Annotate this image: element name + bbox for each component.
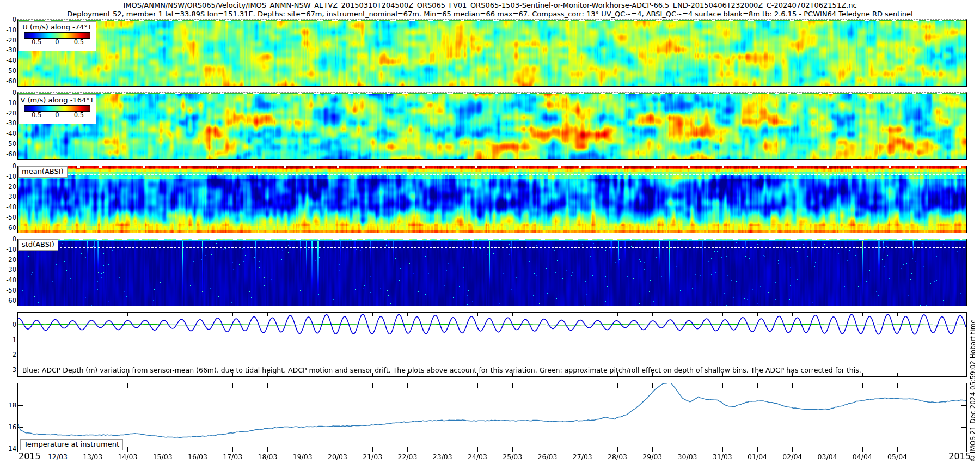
date-tick-label: 12/03: [40, 453, 75, 461]
depth-tick-label: -30: [0, 193, 16, 200]
depth-tick-label: -40: [0, 276, 16, 284]
depth-tick-label: -60: [0, 297, 16, 304]
depth-tick-label: -10: [0, 26, 16, 34]
depth-tick-label: -40: [0, 57, 16, 64]
depth-tick-label: -20: [0, 109, 16, 117]
date-tick-label: 02/04: [775, 453, 810, 461]
depth-tick-label: -10: [0, 99, 16, 107]
depth-tick-label: 0: [0, 235, 16, 243]
temperature-label: Temperature at instrument: [20, 439, 123, 450]
u-heatmap-canvas: [18, 20, 966, 86]
depth-variation-tick-label: -1: [0, 336, 16, 344]
temperature-tick-label: 18: [0, 401, 16, 409]
v-colorbar-tick: -0.5: [24, 111, 46, 119]
depth-tick-label: -30: [0, 46, 16, 54]
depth-tick-label: -20: [0, 256, 16, 264]
date-tick-label: 15/03: [145, 453, 180, 461]
mean-absi-heatmap-canvas: [18, 166, 966, 233]
v-colorbar-tick: 0.5: [68, 111, 90, 119]
depth-tick-label: -20: [0, 36, 16, 44]
date-tick-label: 27/03: [565, 453, 600, 461]
figure-root: IMOS/ANMN/NSW/ORS065/Velocity/IMOS_ANMN-…: [0, 0, 980, 463]
depth-annotation-text: Blue: ADCP Depth (m) variation from sens…: [22, 366, 861, 374]
depth-tick-label: -60: [0, 150, 16, 158]
date-tick-label: 17/03: [215, 453, 250, 461]
date-tick-label: 22/03: [390, 453, 425, 461]
v-colorbar-ticks: -0.5 0 0.5: [19, 112, 96, 120]
depth-tick-label: -30: [0, 266, 16, 273]
depth-tick-label: -10: [0, 173, 16, 180]
depth-tick-label: -60: [0, 224, 16, 232]
depth-tick-label: -50: [0, 67, 16, 75]
date-tick-label: 01/04: [740, 453, 775, 461]
u-colorbar-legend: U (m/s) along -74°T -0.5 0 0.5: [18, 21, 96, 51]
date-tick-label: 13/03: [75, 453, 110, 461]
depth-tick-label: -40: [0, 130, 16, 137]
file-title: IMOS/ANMN/NSW/ORS065/Velocity/IMOS_ANMN-…: [0, 1, 980, 9]
depth-tick-label: -20: [0, 183, 16, 191]
u-colorbar-tick: -0.5: [24, 38, 46, 46]
std-absi-label: std(ABSI): [18, 239, 58, 251]
date-tick-label: 19/03: [285, 453, 320, 461]
depth-tick-label: -50: [0, 214, 16, 221]
date-tick-label: 25/03: [495, 453, 530, 461]
panel-std-absi: std(ABSI): [17, 239, 967, 306]
v-heatmap-canvas: [18, 93, 966, 159]
date-tick-label: 20/03: [320, 453, 355, 461]
panel-depth-variation: Blue: ADCP Depth (m) variation from sens…: [17, 312, 967, 377]
date-tick-label: 04/04: [845, 453, 880, 461]
depth-tick-label: -50: [0, 287, 16, 294]
depth-tick-label: -30: [0, 119, 16, 127]
date-tick-label: 05/04: [880, 453, 915, 461]
depth-tick-label: -50: [0, 140, 16, 148]
std-absi-heatmap-canvas: [18, 239, 966, 306]
u-colorbar-tick: 0.5: [68, 38, 90, 46]
date-tick-label: 24/03: [460, 453, 495, 461]
date-tick-label: 28/03: [600, 453, 635, 461]
panel-u-velocity: U (m/s) along -74°T -0.5 0 0.5: [17, 19, 967, 87]
copyright-vertical-text: © IMOS 21-Dec-2024 05:59:02 Hobart time: [969, 319, 977, 462]
depth-tick-label: -10: [0, 246, 16, 253]
depth-tick-label: 0: [0, 16, 16, 23]
year-label-left: 2015: [19, 451, 41, 461]
temperature-tick-label: 16: [0, 423, 16, 431]
date-tick-label: 16/03: [180, 453, 215, 461]
v-colorbar-tick: 0: [46, 111, 68, 119]
panel-mean-absi: mean(ABSI): [17, 166, 967, 233]
depth-tick-label: -40: [0, 203, 16, 211]
temperature-tick-label: 14: [0, 445, 16, 453]
date-tick-label: 31/03: [705, 453, 740, 461]
date-tick-label: 18/03: [250, 453, 285, 461]
depth-variation-tick-label: 0: [0, 321, 16, 328]
date-tick-label: 26/03: [530, 453, 565, 461]
depth-variation-tick-label: -3: [0, 366, 16, 374]
u-colorbar-ticks: -0.5 0 0.5: [19, 39, 96, 47]
date-tick-label: 30/03: [670, 453, 705, 461]
panel-v-velocity: V (m/s) along -164°T -0.5 0 0.5: [17, 92, 967, 160]
date-tick-label: 29/03: [635, 453, 670, 461]
depth-tick-label: -60: [0, 77, 16, 85]
u-legend-title: U (m/s) along -74°T: [19, 23, 96, 31]
date-tick-label: 03/04: [810, 453, 845, 461]
date-tick-label: 23/03: [425, 453, 460, 461]
depth-tick-label: 0: [0, 89, 16, 96]
date-tick-label: 14/03: [110, 453, 145, 461]
temperature-canvas: [18, 383, 966, 452]
v-legend-title: V (m/s) along -164°T: [19, 96, 96, 104]
depth-tick-label: 0: [0, 162, 16, 170]
year-label-right: 2015: [948, 451, 971, 461]
mean-absi-label: mean(ABSI): [18, 166, 68, 178]
depth-variation-tick-label: -2: [0, 351, 16, 358]
deployment-subtitle: Deployment 52, member 1 lat=33.89S lon=1…: [0, 10, 980, 18]
panel-temperature: Temperature at instrument: [17, 383, 967, 452]
v-colorbar-legend: V (m/s) along -164°T -0.5 0 0.5: [18, 94, 96, 124]
date-tick-label: 21/03: [355, 453, 390, 461]
u-colorbar-tick: 0: [46, 38, 68, 46]
